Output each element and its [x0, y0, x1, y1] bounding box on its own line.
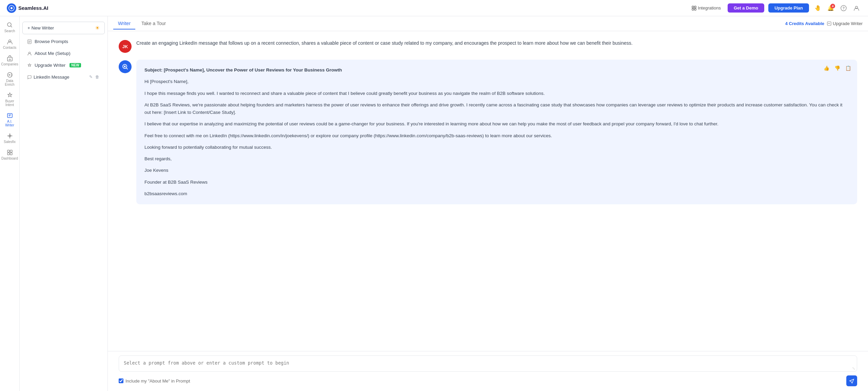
- new-writer-label: + New Writer: [27, 25, 54, 30]
- document-icon: [27, 39, 32, 44]
- upgrade-plan-button[interactable]: Upgrade Plan: [768, 3, 809, 13]
- chat-history-item-linkedin[interactable]: LinkedIn Message ✎ 🗑: [22, 71, 105, 82]
- sidebar-item-companies[interactable]: Companies: [1, 53, 18, 68]
- svg-rect-2: [692, 6, 694, 8]
- user-icon: [27, 51, 32, 56]
- resize-handle[interactable]: ⤡: [852, 366, 855, 371]
- svg-rect-18: [7, 153, 9, 155]
- logo-icon: [7, 3, 16, 13]
- data-enrich-label: Data Enrich: [3, 79, 17, 86]
- chat-history-actions: ✎ 🗑: [88, 74, 100, 80]
- salesfix-label: Salesfix: [4, 140, 16, 144]
- sidebar-item-buyer-intent[interactable]: Buyer Intent: [1, 90, 18, 109]
- send-icon: [849, 378, 854, 384]
- chat-icon: [27, 75, 32, 79]
- svg-text:?: ?: [843, 6, 845, 10]
- sidebar-item-salesfix[interactable]: Salesfix: [1, 130, 18, 146]
- buyer-intent-icon: [6, 92, 13, 99]
- ai-writer-label: A.I. Writer: [3, 120, 17, 127]
- browse-prompts-label: Browse Prompts: [35, 39, 68, 44]
- contacts-icon: [6, 38, 13, 45]
- ai-response-bubble: 👍 👎 📋 Subject: [Prospect's Name], Uncove…: [136, 60, 857, 204]
- ai-p5: Looking forward to potentially collabora…: [144, 144, 849, 151]
- user-avatar-icon[interactable]: [852, 3, 861, 13]
- svg-rect-12: [9, 59, 11, 60]
- thumbs-up-icon[interactable]: 👍: [822, 64, 831, 73]
- svg-rect-16: [7, 150, 9, 152]
- about-me-button[interactable]: About Me (Setup): [22, 48, 105, 59]
- ai-writer-icon: [6, 112, 13, 119]
- svg-point-1: [11, 7, 13, 9]
- upgrade-writer-tab-label: Upgrade Writer: [833, 21, 863, 26]
- copy-icon[interactable]: 📋: [844, 64, 852, 73]
- user-message-text: Create an engaging LinkedIn message that…: [136, 39, 857, 47]
- send-button[interactable]: [846, 375, 857, 386]
- upgrade-writer-link[interactable]: Upgrade Writer: [827, 21, 863, 26]
- user-avatar: JK: [119, 40, 132, 53]
- linkedin-message-label: LinkedIn Message: [34, 75, 70, 80]
- sidebar-secondary: + New Writer ☀ Browse Prompts About Me (…: [20, 16, 108, 391]
- sidebar-left: Search Contacts Companies Data Enri: [0, 16, 20, 391]
- integrations-button[interactable]: Integrations: [689, 4, 724, 12]
- ai-closing: Best regards,: [144, 155, 849, 163]
- prompt-input[interactable]: [119, 355, 857, 372]
- svg-point-24: [124, 66, 126, 67]
- tab-take-tour[interactable]: Take a Tour: [137, 18, 171, 29]
- about-me-checkbox[interactable]: [119, 378, 123, 383]
- content-area: Writer Take a Tour 4 Credits Available U…: [108, 16, 868, 391]
- svg-rect-3: [694, 6, 696, 8]
- notifications-icon[interactable]: 🔔 4: [826, 3, 835, 13]
- upgrade-writer-sidebar-button[interactable]: Upgrade Writer NEW: [22, 60, 105, 70]
- app-body: Search Contacts Companies Data Enri: [0, 16, 868, 391]
- data-enrich-icon: [6, 71, 13, 78]
- new-writer-button[interactable]: + New Writer ☀: [22, 22, 105, 34]
- svg-point-9: [7, 23, 11, 26]
- buyer-intent-label: Buyer Intent: [3, 99, 17, 107]
- integrations-icon: [692, 6, 696, 11]
- companies-icon: [6, 55, 13, 62]
- about-me-checkbox-label[interactable]: Include my "About Me" in Prompt: [119, 378, 190, 384]
- input-area: ⤡ Include my "About Me" in Prompt: [108, 351, 868, 391]
- tabs-bar: Writer Take a Tour 4 Credits Available U…: [108, 16, 868, 31]
- get-demo-button[interactable]: Get a Demo: [728, 3, 764, 13]
- topnav-right: Integrations Get a Demo Upgrade Plan 🤚 🔔…: [689, 3, 861, 13]
- svg-rect-4: [692, 8, 694, 10]
- upgrade-writer-sidebar-label: Upgrade Writer: [35, 63, 65, 68]
- ai-p4: Feel free to connect with me on LinkedIn…: [144, 132, 849, 140]
- edit-icon[interactable]: ✎: [88, 74, 93, 80]
- new-badge: NEW: [70, 63, 81, 67]
- chat-history-label: LinkedIn Message: [27, 75, 70, 80]
- hand-wave-icon[interactable]: 🤚: [813, 3, 823, 13]
- ai-website: b2bsaasreviews.com: [144, 190, 849, 198]
- search-label: Search: [4, 29, 15, 33]
- dashboard-icon: [6, 149, 13, 156]
- help-icon[interactable]: ?: [839, 3, 848, 13]
- logo: Seamless.AI: [7, 3, 48, 13]
- ai-p1: I hope this message finds you well. I wa…: [144, 90, 849, 97]
- companies-label: Companies: [1, 62, 18, 66]
- nav-icons: 🤚 🔔 4 ?: [813, 3, 861, 13]
- delete-icon[interactable]: 🗑: [95, 74, 100, 80]
- sidebar-item-ai-writer[interactable]: A.I. Writer: [1, 110, 18, 129]
- sidebar-item-contacts[interactable]: Contacts: [1, 36, 18, 52]
- ai-search-icon: [122, 63, 129, 70]
- topnav-left: Seamless.AI: [7, 3, 48, 13]
- ai-p3: I believe that our expertise in analyzin…: [144, 120, 849, 128]
- user-message: JK Create an engaging LinkedIn message t…: [119, 39, 857, 53]
- ai-subject: Subject: [Prospect's Name], Uncover the …: [144, 66, 849, 74]
- svg-rect-14: [7, 114, 12, 118]
- about-me-checkbox-text: Include my "About Me" in Prompt: [125, 378, 190, 384]
- logo-text: Seamless.AI: [18, 5, 48, 11]
- browse-prompts-button[interactable]: Browse Prompts: [22, 36, 105, 47]
- search-icon: [6, 22, 13, 28]
- thumbs-down-icon[interactable]: 👎: [833, 64, 842, 73]
- prompt-input-wrapper: ⤡: [119, 355, 857, 373]
- tab-writer[interactable]: Writer: [113, 18, 135, 29]
- sidebar-item-dashboard[interactable]: Dashboard: [1, 147, 18, 162]
- sidebar-item-data-enrich[interactable]: Data Enrich: [1, 69, 18, 88]
- sidebar-item-search[interactable]: Search: [1, 20, 18, 35]
- upgrade-icon: [27, 63, 32, 68]
- ai-name: Joe Kevens: [144, 167, 849, 174]
- salesfix-icon: [6, 132, 13, 139]
- ai-greeting: Hi [Prospect's Name],: [144, 78, 849, 85]
